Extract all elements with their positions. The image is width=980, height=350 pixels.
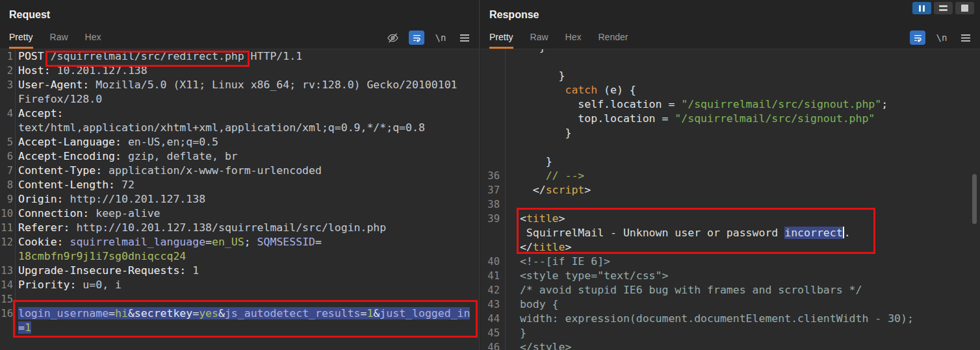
- line-number: [480, 69, 506, 83]
- newline-icon[interactable]: \n: [934, 31, 949, 45]
- code-token: script: [546, 184, 585, 196]
- code-line: Content-Length: 72: [16, 178, 479, 192]
- tab-hex[interactable]: Hex: [85, 32, 101, 49]
- code-token: "/squirrelmail/src/signout.php": [675, 112, 875, 125]
- code-row: }: [480, 69, 980, 83]
- line-number: [0, 92, 16, 106]
- line-number: 15: [0, 292, 16, 306]
- code-row: 44 width: expression(document.documentEl…: [480, 312, 980, 326]
- code-token: (e) {: [597, 84, 636, 96]
- line-number: [480, 97, 506, 112]
- response-header: Response PrettyRawHexRender \n: [480, 0, 980, 49]
- code-row: 40 <!--[if IE 6]>: [480, 255, 980, 269]
- request-title: Request: [9, 9, 50, 21]
- line-number: 2: [0, 64, 16, 78]
- line-number: 4: [0, 106, 16, 121]
- code-line: <style type="text/css">: [506, 269, 980, 283]
- tab-pretty[interactable]: Pretty: [489, 32, 513, 49]
- newline-icon-label: \n: [936, 32, 948, 43]
- code-token: // -->: [513, 169, 584, 182]
- code-line: =1: [16, 321, 479, 335]
- code-token: =: [192, 307, 199, 319]
- code-token: Accept:: [18, 107, 64, 119]
- line-number: [0, 121, 16, 135]
- tab-raw[interactable]: Raw: [530, 32, 548, 49]
- line-number: 38: [480, 197, 506, 212]
- code-token: 1: [25, 321, 31, 334]
- code-row: 39 <title>: [480, 212, 980, 226]
- menu-icon[interactable]: [958, 31, 974, 45]
- eye-off-icon[interactable]: [385, 31, 400, 45]
- code-token: Firefox/128.0: [18, 93, 102, 105]
- code-token: &: [218, 307, 225, 319]
- code-line: </title>: [506, 240, 980, 255]
- horizontal-split-button[interactable]: [934, 2, 953, 14]
- code-token: 1: [367, 307, 373, 319]
- code-token: squirrelmail_language: [70, 236, 205, 248]
- code-line: SquirrelMail - Unknown user or password …: [506, 226, 980, 240]
- line-number: 43: [480, 297, 506, 312]
- code-token: http://10.201.127.138/squirrelmail/src/l…: [70, 221, 386, 234]
- response-editor[interactable]: } } catch (e) { self.location = "/squirr…: [480, 49, 980, 350]
- request-header: Request PrettyRawHex \n: [0, 0, 479, 49]
- response-panel: Response PrettyRawHexRender \n } } catch…: [480, 0, 980, 350]
- code-line: </style>: [506, 340, 980, 350]
- code-token: <: [513, 212, 526, 225]
- code-line: [16, 292, 479, 306]
- code-row: 16login_username=hi&secretkey=yes&js_aut…: [0, 306, 479, 321]
- code-token: /squirrelmail/src/redirect.php: [51, 50, 244, 62]
- line-number: [0, 321, 16, 335]
- word-wrap-icon[interactable]: [910, 31, 925, 45]
- code-row: 5Accept-Language: en-US,en;q=0.5: [0, 135, 479, 149]
- line-number: [480, 126, 506, 140]
- code-token: Upgrade-Insecure-Requests:: [18, 264, 186, 277]
- code-token: http://10.201.127.138: [64, 193, 206, 205]
- code-token: Referer:: [18, 221, 70, 234]
- code-line: Priority: u=0, i: [16, 278, 479, 292]
- code-token: >: [584, 184, 591, 196]
- code-row: </title>: [480, 240, 980, 255]
- pause-button[interactable]: [912, 2, 931, 14]
- code-line: width: expression(document.documentEleme…: [506, 312, 980, 326]
- tab-pretty[interactable]: Pretty: [9, 32, 33, 49]
- code-row: 36 // -->: [480, 169, 980, 183]
- response-scrollbar-thumb[interactable]: [972, 174, 977, 224]
- line-number: 46: [480, 340, 506, 350]
- code-row: 1POST /squirrelmail/src/redirect.php HTT…: [0, 49, 479, 64]
- code-line: Referer: http://10.201.127.138/squirrelm…: [16, 221, 479, 235]
- line-number: 14: [0, 278, 16, 292]
- line-number: [480, 140, 506, 155]
- code-row: 41 <style type="text/css">: [480, 269, 980, 283]
- line-number: 13: [0, 264, 16, 278]
- code-token: &: [373, 307, 380, 319]
- newline-icon[interactable]: \n: [433, 31, 448, 45]
- code-line: catch (e) {: [506, 83, 980, 97]
- request-editor[interactable]: 1POST /squirrelmail/src/redirect.php HTT…: [0, 49, 479, 350]
- code-row: 46 </style>: [480, 340, 980, 350]
- tab-hex[interactable]: Hex: [565, 32, 582, 49]
- tab-raw[interactable]: Raw: [50, 32, 68, 49]
- code-token: [513, 84, 565, 96]
- code-token: [64, 236, 70, 248]
- line-number: 39: [480, 212, 506, 226]
- code-line: Cookie: squirrelmail_language=en_US; SQM…: [16, 235, 479, 249]
- code-line: POST /squirrelmail/src/redirect.php HTTP…: [16, 49, 479, 64]
- line-number: [480, 55, 506, 69]
- code-token: User-Agent:: [18, 79, 89, 91]
- code-token: &: [128, 307, 135, 319]
- maximize-panel-button[interactable]: [955, 2, 974, 14]
- code-token: Accept-Language:: [18, 136, 122, 148]
- code-token: Mozilla/5.0 (X11; Linux x86_64; rv:128.0…: [89, 79, 457, 91]
- code-row: 14Priority: u=0, i: [0, 278, 479, 292]
- tab-render[interactable]: Render: [599, 32, 628, 49]
- code-row: [480, 55, 980, 69]
- code-row: =1: [0, 321, 479, 335]
- code-line: top.location = "/squirrelmail/src/signou…: [506, 112, 980, 126]
- code-line: <title>: [506, 212, 980, 226]
- word-wrap-icon[interactable]: [409, 31, 424, 45]
- code-token: gzip, deflate, br: [122, 150, 238, 162]
- code-row: 38: [480, 197, 980, 212]
- code-line: [506, 55, 980, 69]
- menu-icon[interactable]: [457, 31, 472, 45]
- line-number: 42: [480, 283, 506, 297]
